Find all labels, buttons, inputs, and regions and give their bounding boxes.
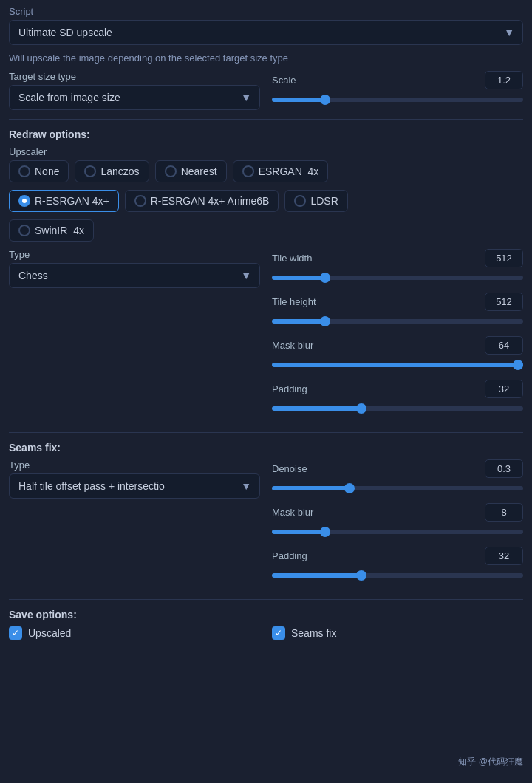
seams-fix-label: Seams fix:	[9, 442, 523, 454]
radio-none-circle	[18, 165, 30, 177]
target-size-dropdown-container: Scale from image size ▼	[9, 85, 260, 110]
radio-nearest-circle	[165, 165, 177, 177]
radio-resrgan4x-anime-circle	[134, 195, 146, 207]
upscaler-radio-group-2: R-ESRGAN 4x+ R-ESRGAN 4x+ Anime6B LDSR	[9, 190, 523, 212]
padding-label: Padding	[272, 383, 331, 394]
seams-fix-checkbox[interactable]: Seams fix	[272, 626, 523, 640]
target-size-label: Target size type	[9, 71, 260, 82]
type-dropdown-container: Chess ▼	[9, 263, 260, 288]
seams-mask-blur-value[interactable]: 8	[485, 503, 523, 522]
upscaler-radio-group-3: SwinIR_4x	[9, 219, 523, 242]
tile-width-value[interactable]: 512	[485, 249, 523, 267]
radio-resrgan4x-anime-label: R-ESRGAN 4x+ Anime6B	[151, 195, 270, 207]
mask-blur-value[interactable]: 64	[485, 336, 523, 355]
denoise-label: Denoise	[272, 463, 331, 474]
info-text: Will upscale the image depending on the …	[9, 52, 523, 64]
upscaler-esrgan4x[interactable]: ESRGAN_4x	[233, 160, 329, 182]
target-size-select[interactable]: Scale from image size	[9, 85, 260, 110]
upscaler-nearest[interactable]: Nearest	[155, 160, 227, 182]
upscaler-ldsr[interactable]: LDSR	[284, 190, 347, 212]
tile-height-slider[interactable]	[272, 319, 523, 324]
seams-type-label: Type	[9, 459, 260, 471]
seams-fix-checkbox-label: Seams fix	[291, 627, 336, 639]
seams-padding-value[interactable]: 32	[485, 547, 523, 565]
script-label: Script	[9, 6, 523, 17]
seams-type-select[interactable]: Half tile offset pass + intersectio	[9, 473, 260, 499]
upscaler-lanczos[interactable]: Lanczos	[75, 160, 149, 182]
radio-esrgan4x-label: ESRGAN_4x	[259, 165, 319, 177]
upscaled-checkbox-label: Upscaled	[28, 627, 71, 639]
upscaled-checkbox-box	[9, 626, 22, 640]
radio-lanczos-circle	[84, 165, 96, 177]
script-select[interactable]: Ultimate SD upscale	[9, 20, 523, 45]
denoise-slider[interactable]	[272, 486, 523, 490]
tile-height-label: Tile height	[272, 296, 331, 307]
radio-resrgan4x-circle	[18, 195, 30, 207]
seams-type-dropdown-container: Half tile offset pass + intersectio ▼	[9, 473, 260, 499]
script-dropdown-container: Ultimate SD upscale ▼	[9, 20, 523, 45]
watermark: 知乎 @代码狂魔	[458, 756, 523, 768]
scale-value[interactable]: 1.2	[485, 71, 523, 89]
upscaled-checkbox[interactable]: Upscaled	[9, 626, 260, 640]
seams-fix-checkbox-box	[272, 626, 285, 640]
radio-esrgan4x-circle	[242, 165, 254, 177]
radio-none-label: None	[35, 165, 59, 177]
padding-value[interactable]: 32	[485, 380, 523, 398]
radio-ldsr-label: LDSR	[310, 195, 338, 207]
upscaler-none[interactable]: None	[9, 160, 69, 182]
denoise-value[interactable]: 0.3	[485, 459, 523, 478]
seams-padding-slider[interactable]	[272, 573, 523, 578]
redraw-label: Redraw options:	[9, 129, 523, 140]
save-options-label: Save options:	[9, 609, 523, 620]
scale-slider[interactable]	[272, 98, 523, 102]
upscaler-radio-group: None Lanczos Nearest ESRGAN_4x	[9, 160, 523, 182]
type-select[interactable]: Chess	[9, 263, 260, 288]
tile-width-label: Tile width	[272, 253, 331, 264]
padding-slider[interactable]	[272, 406, 523, 411]
radio-swinir4x-label: SwinIR_4x	[35, 225, 84, 236]
upscaler-resrgan4x[interactable]: R-ESRGAN 4x+	[9, 190, 119, 212]
seams-mask-blur-label: Mask blur	[272, 507, 331, 518]
radio-nearest-label: Nearest	[181, 165, 217, 177]
upscaler-swinir4x[interactable]: SwinIR_4x	[9, 219, 94, 242]
mask-blur-slider[interactable]	[272, 363, 523, 367]
mask-blur-label: Mask blur	[272, 340, 331, 351]
tile-width-slider[interactable]	[272, 276, 523, 280]
radio-swinir4x-circle	[18, 225, 30, 236]
seams-padding-label: Padding	[272, 550, 331, 561]
tile-height-value[interactable]: 512	[485, 293, 523, 311]
radio-lanczos-label: Lanczos	[100, 165, 139, 177]
scale-label: Scale	[272, 75, 331, 86]
seams-mask-blur-slider[interactable]	[272, 530, 523, 534]
radio-resrgan4x-label: R-ESRGAN 4x+	[35, 195, 109, 207]
type-label: Type	[9, 249, 260, 260]
upscaler-resrgan4x-anime[interactable]: R-ESRGAN 4x+ Anime6B	[125, 190, 279, 212]
radio-ldsr-circle	[294, 195, 306, 207]
upscaler-label: Upscaler	[9, 146, 523, 157]
